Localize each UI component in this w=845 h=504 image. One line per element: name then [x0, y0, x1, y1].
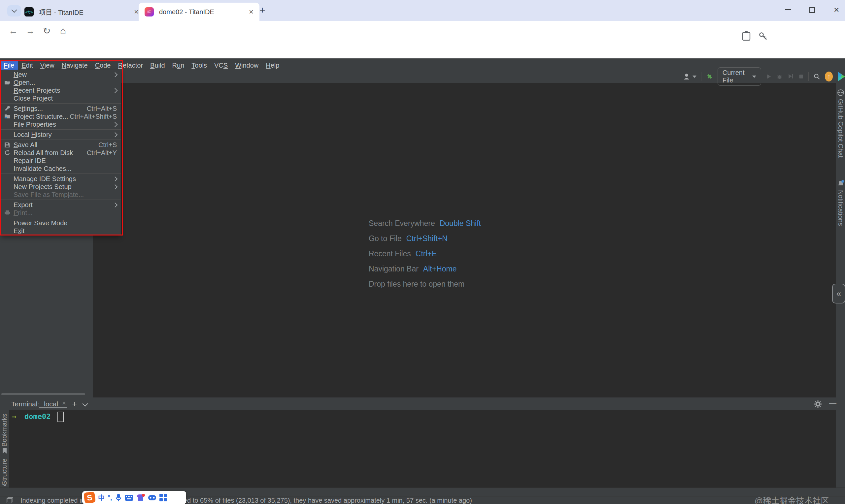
menu-window[interactable]: Window	[231, 61, 262, 70]
menu-item-label: Save All	[14, 141, 37, 149]
close-icon[interactable]: ×	[249, 8, 253, 16]
menu-item-label: Project Structure...	[14, 113, 68, 120]
menu-navigate[interactable]: Navigate	[58, 61, 91, 70]
run-icon	[766, 73, 772, 80]
hint-row: Search EverywhereDouble Shift	[369, 219, 481, 228]
terminal-console[interactable]: → dome02	[9, 410, 836, 487]
menu-code[interactable]: Code	[91, 61, 115, 70]
menu-item-invalidate-caches[interactable]: Invalidate Caches...	[1, 165, 121, 173]
hint-row: Recent FilesCtrl+E	[369, 249, 481, 258]
hint-shortcut: Double Shift	[440, 219, 481, 228]
menu-help[interactable]: Help	[262, 61, 283, 70]
menu-tools[interactable]: Tools	[188, 61, 211, 70]
stripe-bookmarks[interactable]: Bookmarks	[1, 414, 8, 447]
menu-item-new-projects-setup[interactable]: New Projects Setup	[1, 183, 121, 191]
status-message-left[interactable]: Indexing completed in 1	[20, 497, 90, 504]
profile-button[interactable]	[683, 73, 697, 80]
colorful-play-logo-icon[interactable]	[838, 72, 845, 81]
stripe-notifications[interactable]: Notifications	[837, 190, 844, 226]
language-mode-icon[interactable]: 中	[98, 493, 105, 502]
toolbox-grid-icon[interactable]	[159, 494, 167, 501]
back-icon[interactable]: ←	[8, 26, 18, 36]
hint-row: Navigation BarAlt+Home	[369, 265, 481, 273]
forward-icon[interactable]: →	[26, 26, 35, 36]
update-icon[interactable]: ↑	[825, 72, 833, 82]
microphone-icon[interactable]	[115, 493, 122, 502]
menu-item-repair-ide[interactable]: Repair IDE	[1, 157, 121, 165]
stripe-structure[interactable]: Structure	[1, 458, 8, 485]
home-icon[interactable]: ⌂	[60, 25, 66, 36]
menu-run[interactable]: Run	[169, 61, 188, 70]
menu-item-manage-ide-settings[interactable]: Manage IDE Settings	[1, 175, 121, 183]
terminal-tab-bar: Terminal: local × + —	[0, 398, 845, 410]
window-close-button[interactable]: ×	[834, 5, 839, 15]
build-hammer-icon[interactable]	[706, 72, 713, 81]
close-icon[interactable]: ×	[134, 8, 139, 16]
menu-view[interactable]: View	[37, 61, 58, 70]
search-icon[interactable]	[813, 72, 820, 81]
menu-item-power-save-mode[interactable]: Power Save Mode	[1, 219, 121, 227]
menu-item-label: Print...	[14, 209, 33, 217]
menu-item-label: New Projects Setup	[14, 183, 72, 191]
gamepad-icon[interactable]	[148, 494, 156, 501]
close-icon[interactable]: ×	[62, 399, 66, 407]
menu-item-save-all[interactable]: Save AllCtrl+S	[1, 141, 121, 149]
browser-tab-1[interactable]: <t> 项目 - TitanIDE ×	[18, 3, 145, 21]
clipboard-icon[interactable]	[742, 31, 751, 41]
menu-item-label: Recent Projects	[14, 87, 60, 94]
status-message-right[interactable]: ed to 65% of files (23,013 of 35,275), t…	[183, 497, 472, 504]
menu-item-label: Invalidate Caches...	[14, 165, 72, 173]
stripe-copilot-chat[interactable]: GitHub Copilot Chat	[837, 99, 844, 158]
horizontal-scrollbar[interactable]	[1, 393, 85, 395]
sogou-logo-icon[interactable]: S	[84, 491, 96, 504]
no-icon	[4, 87, 14, 94]
menu-item-close-project[interactable]: Close Project	[1, 94, 121, 102]
menu-item-new[interactable]: New	[1, 71, 121, 78]
menu-build[interactable]: Build	[146, 61, 168, 70]
keyboard-icon[interactable]	[125, 494, 133, 501]
menu-item-project-structure[interactable]: Project Structure...Ctrl+Alt+Shift+S	[1, 112, 121, 120]
background-tasks-icon[interactable]	[6, 498, 13, 503]
key-icon[interactable]	[758, 32, 768, 41]
window-maximize-button[interactable]	[809, 7, 815, 13]
divider	[808, 72, 809, 81]
menu-item-label: Settings...	[14, 105, 43, 112]
menu-item-settings[interactable]: Settings...Ctrl+Alt+S	[1, 105, 121, 112]
menu-item-open[interactable]: Open...	[1, 78, 121, 86]
menu-item-reload-all[interactable]: Reload All from DiskCtrl+Alt+Y	[1, 149, 121, 157]
menu-file[interactable]: File	[0, 61, 18, 70]
project-structure-icon	[4, 113, 14, 120]
hint-shortcut: Alt+Home	[423, 265, 457, 273]
no-icon	[4, 220, 14, 226]
github-copilot-icon[interactable]	[837, 89, 844, 96]
menu-item-file-properties[interactable]: File Properties	[1, 120, 121, 128]
menu-item-export[interactable]: Export	[1, 201, 121, 209]
menu-refactor[interactable]: Refactor	[114, 61, 146, 70]
run-configuration-select[interactable]: Current File	[718, 67, 761, 86]
terminal-settings-gear-icon[interactable]	[814, 400, 822, 408]
menu-item-recent-projects[interactable]: Recent Projects	[1, 86, 121, 94]
punctuation-icon[interactable]: °,	[108, 494, 112, 501]
new-terminal-button[interactable]: +	[72, 399, 77, 409]
menu-item-exit[interactable]: Exit	[1, 227, 121, 235]
file-menu-dropdown: New Open... Recent Projects Close Projec…	[1, 70, 121, 235]
chevron-down-icon[interactable]	[83, 401, 88, 407]
skin-icon[interactable]	[136, 494, 145, 502]
menu-vcs[interactable]: VCS	[211, 61, 231, 70]
tab-scroll-indicator	[39, 407, 67, 408]
no-icon	[4, 228, 14, 234]
menu-item-local-history[interactable]: Local History	[1, 131, 121, 139]
menu-edit[interactable]: Edit	[18, 61, 36, 70]
no-icon	[4, 183, 14, 190]
notifications-bell-icon[interactable]	[837, 180, 844, 187]
wrench-icon	[4, 105, 14, 112]
run-with-coverage-icon	[788, 73, 794, 80]
minimize-tool-window-icon[interactable]: —	[829, 399, 837, 407]
menu-separator	[1, 173, 121, 175]
reload-icon[interactable]: ↻	[43, 25, 51, 36]
input-method-toolbar[interactable]: S 中 °,	[82, 491, 186, 504]
debug-icon	[776, 73, 782, 80]
window-minimize-button[interactable]	[785, 9, 791, 10]
browser-tab-2-active[interactable]: IE dome02 - TitanIDE ×	[139, 3, 260, 21]
new-tab-button[interactable]: +	[260, 5, 265, 16]
